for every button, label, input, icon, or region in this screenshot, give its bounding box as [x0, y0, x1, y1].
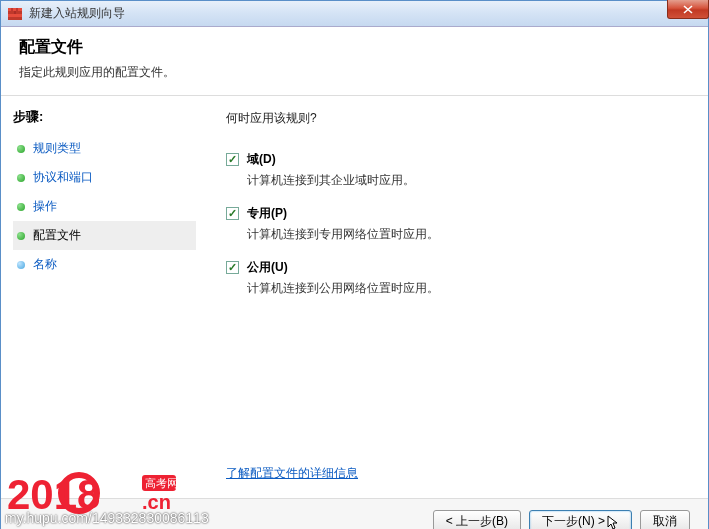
- checkbox-public[interactable]: [226, 261, 239, 274]
- svg-rect-2: [8, 14, 22, 17]
- step-name[interactable]: 名称: [13, 250, 196, 279]
- wizard-header: 配置文件 指定此规则应用的配置文件。: [1, 27, 708, 96]
- step-protocol-port[interactable]: 协议和端口: [13, 163, 196, 192]
- page-title: 配置文件: [19, 37, 690, 58]
- firewall-icon: [7, 6, 23, 22]
- step-label: 配置文件: [33, 227, 81, 244]
- option-label: 专用(P): [247, 205, 287, 222]
- next-button[interactable]: 下一步(N) >: [529, 510, 632, 529]
- checkbox-private[interactable]: [226, 207, 239, 220]
- step-label: 操作: [33, 198, 57, 215]
- wizard-window: 新建入站规则向导 配置文件 指定此规则应用的配置文件。 步骤: 规则类型 协议和…: [0, 0, 709, 529]
- step-label: 名称: [33, 256, 57, 273]
- option-label: 域(D): [247, 151, 276, 168]
- step-action[interactable]: 操作: [13, 192, 196, 221]
- next-button-label: 下一步(N) >: [542, 513, 605, 529]
- content-pane: 何时应用该规则? 域(D) 计算机连接到其企业域时应用。 专用(P) 计算机连接…: [196, 96, 708, 498]
- window-title: 新建入站规则向导: [29, 5, 702, 22]
- svg-rect-1: [8, 8, 22, 11]
- step-label: 协议和端口: [33, 169, 93, 186]
- option-domain: 域(D) 计算机连接到其企业域时应用。: [226, 151, 688, 189]
- bullet-icon: [17, 174, 25, 182]
- option-public: 公用(U) 计算机连接到公用网络位置时应用。: [226, 259, 688, 297]
- cursor-icon: [607, 515, 619, 530]
- wizard-body: 步骤: 规则类型 协议和端口 操作 配置文件 名称 何时应用该规则? 域(D) …: [1, 96, 708, 498]
- learn-more-link[interactable]: 了解配置文件的详细信息: [226, 465, 688, 482]
- option-desc: 计算机连接到专用网络位置时应用。: [247, 226, 688, 243]
- titlebar[interactable]: 新建入站规则向导: [1, 1, 708, 27]
- cancel-button[interactable]: 取消: [640, 510, 690, 529]
- option-label: 公用(U): [247, 259, 288, 276]
- close-icon: [683, 5, 693, 14]
- step-profile[interactable]: 配置文件: [13, 221, 196, 250]
- steps-sidebar: 步骤: 规则类型 协议和端口 操作 配置文件 名称: [1, 96, 196, 498]
- question-text: 何时应用该规则?: [226, 110, 688, 127]
- bullet-icon: [17, 203, 25, 211]
- close-button[interactable]: [667, 0, 709, 19]
- wizard-footer: < 上一步(B) 下一步(N) > 取消: [1, 498, 708, 529]
- bullet-icon: [17, 261, 25, 269]
- checkbox-domain[interactable]: [226, 153, 239, 166]
- back-button[interactable]: < 上一步(B): [433, 510, 521, 529]
- steps-heading: 步骤:: [13, 108, 196, 126]
- option-desc: 计算机连接到公用网络位置时应用。: [247, 280, 688, 297]
- option-desc: 计算机连接到其企业域时应用。: [247, 172, 688, 189]
- step-label: 规则类型: [33, 140, 81, 157]
- bullet-icon: [17, 145, 25, 153]
- bullet-icon: [17, 232, 25, 240]
- page-subtitle: 指定此规则应用的配置文件。: [19, 64, 690, 81]
- step-rule-type[interactable]: 规则类型: [13, 134, 196, 163]
- option-private: 专用(P) 计算机连接到专用网络位置时应用。: [226, 205, 688, 243]
